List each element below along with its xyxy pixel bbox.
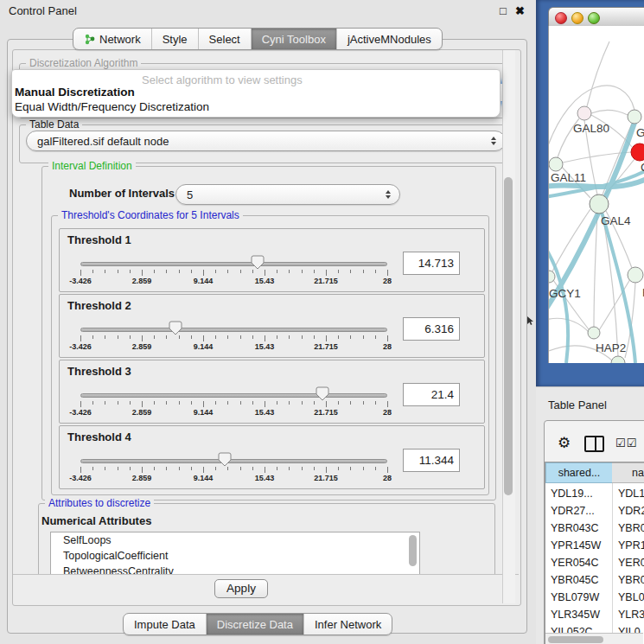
threshold-label: Threshold 2	[67, 299, 131, 312]
network-node-red-node[interactable]	[631, 143, 644, 161]
table-row[interactable]: YER054CYER0	[545, 554, 644, 571]
threshold-label: Threshold 4	[67, 430, 131, 443]
screen: Control Panel □ ✖ NetworkStyleSelectCyni…	[0, 0, 644, 644]
table-row[interactable]: YLR345WYLR3	[545, 606, 644, 623]
network-node-GAL80[interactable]	[577, 106, 591, 120]
gear-icon[interactable]: ⚙	[558, 434, 571, 452]
cell-name: YBR0	[618, 520, 644, 537]
slider-ticks	[80, 270, 388, 277]
slider-ticks	[80, 401, 388, 408]
slider-tick-labels: -3.4262.8599.14415.4321.71528	[80, 342, 388, 353]
algorithm-popup-hint: Select algorithm to view settings	[142, 73, 303, 86]
network-node-GAL4[interactable]	[590, 194, 609, 214]
slider-track[interactable]	[80, 459, 387, 463]
cell-shared-name: YLR345W	[551, 606, 600, 623]
network-node[interactable]	[628, 267, 643, 283]
close-traffic-light-icon[interactable]	[555, 12, 567, 24]
mouse-cursor	[527, 316, 534, 326]
table-row[interactable]: YPR145WYPR1	[545, 537, 644, 554]
threshold-value-field[interactable]: 6.316	[403, 317, 460, 341]
intervals-count-value: 5	[187, 188, 193, 201]
settings-scrollbar-thumb[interactable]	[504, 177, 513, 495]
attribute-list-item[interactable]: SelfLoops	[51, 532, 419, 548]
slider-thumb[interactable]	[218, 452, 232, 467]
network-window-titlebar[interactable]	[548, 7, 644, 28]
close-panel-icon[interactable]: ✖	[515, 4, 525, 17]
cell-name: YLR3	[618, 606, 644, 623]
tab-style[interactable]: Style	[152, 29, 199, 49]
tab-jactivemnodules[interactable]: jActiveMNodules	[337, 29, 442, 49]
float-window-icon[interactable]: □	[500, 4, 507, 17]
table-column-header[interactable]: na	[612, 462, 644, 483]
table-column-header[interactable]: shared...	[545, 462, 613, 483]
network-canvas[interactable]: GAL80GACGAL11GAL4HGCY1HAP2	[548, 26, 644, 363]
network-node-HAP2[interactable]	[588, 327, 600, 339]
threshold-box: Threshold 1 -3.4262.8599.14415.4321.7152…	[59, 228, 485, 292]
tab-cyni-toolbox[interactable]: Cyni Toolbox	[252, 29, 337, 49]
slider-thumb[interactable]	[169, 321, 182, 335]
minimize-traffic-light-icon[interactable]	[571, 12, 583, 24]
cell-shared-name: YER054C	[551, 554, 599, 571]
attributes-list-scrollbar[interactable]	[409, 535, 417, 566]
table-row[interactable]: YDL19...YDL1	[545, 485, 644, 502]
table-row[interactable]: YBR043CYBR0	[545, 520, 644, 537]
zoom-traffic-light-icon[interactable]	[588, 12, 600, 24]
algorithm-option[interactable]: Equal Width/Frequency Discretization	[15, 100, 209, 113]
threshold-label: Threshold 3	[67, 365, 131, 378]
tab-select[interactable]: Select	[199, 29, 252, 49]
network-node[interactable]	[628, 110, 641, 124]
table-data-group-label: Table Data	[26, 118, 82, 131]
network-node[interactable]	[611, 356, 625, 363]
network-node-GAL11[interactable]	[549, 157, 563, 171]
combo-spinner-icon	[386, 190, 391, 199]
network-node-label: GAL11	[551, 171, 586, 184]
cell-shared-name: YDR27...	[551, 502, 595, 520]
slider-track[interactable]	[80, 262, 387, 266]
attributes-group-label: Attributes to discretize	[45, 497, 154, 510]
columns-icon[interactable]	[584, 436, 604, 452]
slider-ticks	[80, 335, 388, 342]
attribute-list-item[interactable]: TopologicalCoefficient	[51, 548, 419, 564]
threshold-box: Threshold 2 -3.4262.8599.14415.4321.7152…	[59, 294, 485, 358]
algorithm-option[interactable]: Manual Discretization	[15, 86, 135, 99]
interval-definition-group: Interval Definition Number of Intervals …	[41, 166, 496, 501]
numerical-attributes-list[interactable]: SelfLoopsTopologicalCoefficientBetweenne…	[50, 532, 420, 578]
table-h-scrollbar[interactable]	[545, 633, 643, 644]
table-row[interactable]: YBR045CYBR0	[545, 571, 644, 589]
cell-shared-name: YBL079W	[551, 589, 599, 606]
cell-name: YDL1	[618, 485, 644, 502]
slider-thumb[interactable]	[251, 255, 265, 270]
tab-label: Style	[163, 33, 188, 46]
algorithm-group-label: Discretization Algorithm	[26, 57, 141, 70]
threshold-value-field[interactable]: 21.4	[403, 383, 460, 406]
cell-name: YBL0	[618, 589, 644, 606]
top-tab-bar: NetworkStyleSelectCyni ToolboxjActiveMNo…	[73, 28, 443, 50]
slider-thumb[interactable]	[316, 386, 329, 401]
tab-label: jActiveMNodules	[348, 33, 431, 46]
cell-name: YBR0	[618, 571, 644, 589]
slider-track[interactable]	[80, 328, 387, 332]
node-table[interactable]: shared...na YDL19...YDL1YDR27...YDR2YBR0…	[545, 462, 644, 644]
checkbox-icon[interactable]: ☑☑	[615, 437, 637, 450]
apply-button[interactable]: Apply	[214, 579, 268, 598]
cell-name: YPR1	[618, 537, 644, 554]
tab-impute-data[interactable]: Impute Data	[124, 614, 207, 634]
table-data-combobox[interactable]: galFiltered.sif default node	[26, 131, 506, 151]
threshold-box: Threshold 4 -3.4262.8599.14415.4321.7152…	[59, 425, 485, 489]
tab-label: Network	[99, 33, 141, 46]
slider-track[interactable]	[80, 393, 387, 398]
network-node-label: GAL80	[573, 122, 609, 135]
table-row[interactable]: YDR27...YDR2	[545, 502, 644, 520]
algorithm-popup: Select algorithm to view settings Manual…	[11, 69, 501, 118]
threshold-box: Threshold 3 -3.4262.8599.14415.4321.7152…	[59, 360, 485, 424]
intervals-count-combobox[interactable]: 5	[175, 184, 400, 205]
tab-discretize-data[interactable]: Discretize Data	[207, 614, 304, 634]
table-data-value: galFiltered.sif default node	[37, 135, 169, 148]
threshold-label: Threshold 1	[67, 233, 131, 246]
threshold-value-field[interactable]: 11.344	[403, 449, 460, 472]
tab-network[interactable]: Network	[73, 29, 152, 49]
tab-infer-network[interactable]: Infer Network	[304, 614, 392, 634]
table-panel-title: Table Panel	[548, 399, 607, 411]
table-row[interactable]: YBL079WYBL0	[545, 589, 644, 606]
threshold-value-field[interactable]: 14.713	[403, 252, 460, 275]
